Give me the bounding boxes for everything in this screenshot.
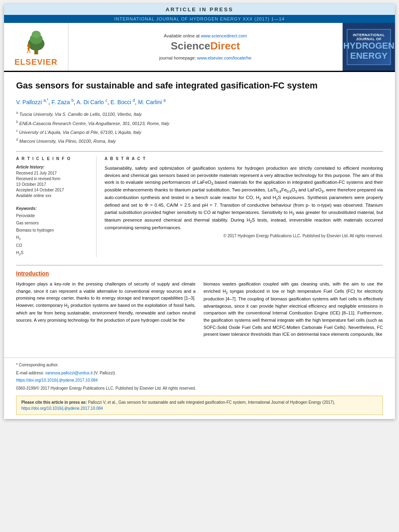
abstract-column: A B S T R A C T Sustainability, safety a… [105, 156, 383, 257]
affil-a: a Tuscia University, Via S. Camillo de L… [16, 110, 383, 118]
keyword-3: Biomass to hydrogen [16, 227, 90, 234]
main-content: Gas sensors for sustainable and safe int… [4, 72, 395, 349]
science-label: Science [171, 40, 210, 52]
corresponding-note: * Corresponding author. [16, 362, 383, 368]
citation-doi[interactable]: https://doi.org/10.1016/j.ijhydene.2017.… [21, 406, 103, 411]
author-zaza: F. Zaza [51, 99, 70, 105]
email-link[interactable]: vanessa.pallozzi@unitus.it [45, 371, 93, 375]
email-label: E-mail address: [16, 371, 44, 375]
journal-homepage-label: journal homepage: [159, 55, 196, 60]
author-pallozzi: V. Pallozzi [16, 99, 42, 105]
doi-link[interactable]: https://doi.org/10.1016/j.ijhydene.2017.… [16, 378, 98, 382]
keyword-1: Perovskite [16, 212, 90, 220]
divider-2 [16, 265, 383, 265]
journal-header-line: INTERNATIONAL JOURNAL OF HYDROGEN ENERGY… [4, 15, 395, 23]
affil-b: b ENEA-Casaccia Research Centre, Via Ang… [16, 119, 383, 127]
affil-c: c University of L'Aquila, Via Campo di P… [16, 128, 383, 136]
keyword-5: CO [16, 242, 90, 249]
svg-line-7 [27, 51, 28, 53]
footer-rights: 0360-3199/© 2017 Hydrogen Energy Publica… [16, 385, 383, 392]
author-carlini: M. Carlini [138, 99, 162, 105]
page-footer: * Corresponding author. E-mail address: … [4, 357, 395, 396]
revised-label: Received in revised form [16, 177, 90, 181]
intro-left-text: Hydrogen plays a key-role in the pressin… [16, 281, 195, 324]
svg-point-4 [27, 44, 30, 47]
received-date: Received 21 July 2017 [16, 171, 90, 175]
sciencedirect-url[interactable]: www.sciencedirect.com [201, 33, 247, 38]
elsevier-brand-label: ELSEVIER [14, 58, 58, 67]
keyword-6: H2S [16, 249, 90, 257]
body-right-col: biomass wastes gasification coupled with… [204, 281, 383, 341]
affil-d: d Marconi University, Via Plinio, 00100,… [16, 137, 383, 145]
keywords-label: Keywords: [16, 206, 90, 211]
center-header: Available online at www.sciencedirect.co… [68, 23, 343, 71]
author-dicarlo: A. Di Carlo [76, 99, 104, 105]
abstract-label: A B S T R A C T [105, 156, 383, 161]
info-abstract-section: A R T I C L E I N F O Article history: R… [16, 156, 383, 257]
author-bocci: E. Bocci [111, 99, 131, 105]
journal-homepage-url[interactable]: www.elsevier.com/locate/he [197, 55, 251, 60]
citation-label: Please cite this article in press as: [21, 400, 88, 405]
introduction-title: Introduction [16, 270, 383, 277]
hydrogen-energy-logo: INTERNATIONAL JOURNAL OF HYDROGENENERGY [347, 29, 391, 65]
doi-line: https://doi.org/10.1016/j.ijhydene.2017.… [16, 377, 383, 384]
elsevier-logo-area: ELSEVIER [4, 23, 68, 71]
direct-label: Direct [210, 40, 240, 52]
citation-box: Please cite this article in press as: Pa… [16, 396, 383, 415]
divider-1 [16, 151, 383, 152]
revised-date: 13 October 2017 [16, 182, 90, 187]
article-history-label: Article history: [16, 165, 90, 169]
citation-text: Pallozzi V, et al., Gas sensors for sust… [88, 400, 335, 405]
top-header: ELSEVIER Available online at www.science… [4, 23, 395, 72]
elsevier-tree-icon [16, 27, 56, 55]
copyright-line: © 2017 Hydrogen Energy Publications LLC.… [105, 234, 383, 238]
available-online-text: Available online at www.sciencedirect.co… [164, 33, 247, 38]
body-left-col: Hydrogen plays a key-role in the pressin… [16, 281, 195, 341]
keyword-4: H2 [16, 234, 90, 242]
available-online: Available online xxx [16, 193, 90, 198]
article-in-press-banner: ARTICLE IN PRESS [4, 4, 395, 15]
hydrogen-energy-logo-area: INTERNATIONAL JOURNAL OF HYDROGENENERGY [343, 23, 395, 71]
body-two-col: Hydrogen plays a key-role in the pressin… [16, 281, 383, 341]
keywords-list: Perovskite Gas sensors Biomass to hydrog… [16, 212, 90, 257]
keyword-2: Gas sensors [16, 220, 90, 227]
authors-line: V. Pallozzi a,*, F. Zaza b, A. Di Carlo … [16, 98, 383, 105]
article-info-column: A R T I C L E I N F O Article history: R… [16, 156, 97, 257]
sciencedirect-logo: ScienceDirect [171, 40, 240, 52]
svg-line-8 [29, 51, 30, 53]
he-logo-big-text: HYDROGENENERGY [343, 41, 394, 60]
abstract-text: Sustainability, safety and optimization … [105, 165, 383, 231]
accepted-date: Accepted 14 October 2017 [16, 188, 90, 192]
svg-point-3 [31, 31, 40, 38]
affiliations: a Tuscia University, Via S. Camillo de L… [16, 110, 383, 145]
svg-rect-5 [28, 47, 29, 51]
article-title: Gas sensors for sustainable and safe int… [16, 80, 383, 92]
he-logo-subtitle: INTERNATIONAL JOURNAL OF [348, 33, 390, 41]
journal-homepage: journal homepage: www.elsevier.com/locat… [159, 55, 251, 60]
email-suffix: (V. Pallozzi). [94, 371, 116, 375]
svg-line-6 [27, 48, 30, 49]
email-line: E-mail address: vanessa.pallozzi@unitus.… [16, 370, 383, 376]
intro-right-text: biomass wastes gasification coupled with… [204, 281, 383, 338]
article-info-label: A R T I C L E I N F O [16, 156, 90, 161]
